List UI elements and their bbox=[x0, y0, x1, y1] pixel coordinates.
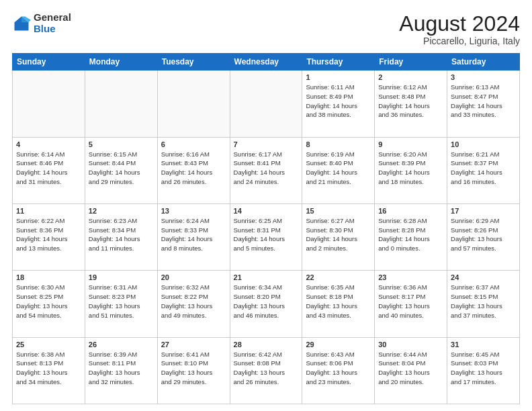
day-info: Sunrise: 6:41 AM Sunset: 8:10 PM Dayligh… bbox=[161, 350, 226, 387]
day-number: 8 bbox=[306, 140, 371, 148]
day-info: Sunrise: 6:15 AM Sunset: 8:44 PM Dayligh… bbox=[89, 150, 154, 187]
calendar-cell: 4Sunrise: 6:14 AM Sunset: 8:46 PM Daylig… bbox=[13, 137, 85, 203]
week-row-2: 4Sunrise: 6:14 AM Sunset: 8:46 PM Daylig… bbox=[13, 137, 520, 203]
calendar-cell: 8Sunrise: 6:19 AM Sunset: 8:40 PM Daylig… bbox=[302, 137, 375, 203]
day-number: 1 bbox=[306, 73, 371, 81]
calendar-cell: 28Sunrise: 6:42 AM Sunset: 8:08 PM Dayli… bbox=[230, 337, 302, 404]
calendar-cell bbox=[85, 71, 157, 137]
calendar-cell: 13Sunrise: 6:24 AM Sunset: 8:33 PM Dayli… bbox=[157, 203, 230, 270]
day-number: 25 bbox=[16, 340, 81, 349]
day-info: Sunrise: 6:19 AM Sunset: 8:40 PM Dayligh… bbox=[306, 150, 371, 187]
calendar-cell: 10Sunrise: 6:21 AM Sunset: 8:37 PM Dayli… bbox=[447, 137, 520, 203]
calendar-cell: 17Sunrise: 6:29 AM Sunset: 8:26 PM Dayli… bbox=[447, 203, 520, 270]
day-info: Sunrise: 6:44 AM Sunset: 8:04 PM Dayligh… bbox=[378, 350, 443, 387]
day-info: Sunrise: 6:30 AM Sunset: 8:25 PM Dayligh… bbox=[16, 283, 81, 320]
day-info: Sunrise: 6:21 AM Sunset: 8:37 PM Dayligh… bbox=[451, 150, 516, 187]
day-number: 17 bbox=[451, 207, 516, 215]
col-saturday: Saturday bbox=[447, 54, 520, 71]
day-number: 12 bbox=[89, 207, 154, 215]
calendar-cell: 16Sunrise: 6:28 AM Sunset: 8:28 PM Dayli… bbox=[375, 203, 447, 270]
day-info: Sunrise: 6:35 AM Sunset: 8:18 PM Dayligh… bbox=[306, 283, 371, 320]
week-row-3: 11Sunrise: 6:22 AM Sunset: 8:36 PM Dayli… bbox=[13, 203, 520, 270]
day-info: Sunrise: 6:37 AM Sunset: 8:15 PM Dayligh… bbox=[451, 283, 516, 320]
day-number: 9 bbox=[378, 140, 443, 148]
day-info: Sunrise: 6:42 AM Sunset: 8:08 PM Dayligh… bbox=[234, 350, 299, 387]
day-info: Sunrise: 6:12 AM Sunset: 8:48 PM Dayligh… bbox=[378, 83, 443, 120]
col-wednesday: Wednesday bbox=[230, 54, 302, 71]
day-number: 29 bbox=[306, 340, 371, 349]
logo-general: General bbox=[34, 12, 71, 24]
logo-text: General Blue bbox=[34, 12, 71, 34]
calendar-header-row: Sunday Monday Tuesday Wednesday Thursday… bbox=[13, 54, 520, 71]
calendar: Sunday Monday Tuesday Wednesday Thursday… bbox=[12, 53, 520, 404]
day-number: 2 bbox=[378, 73, 443, 81]
day-info: Sunrise: 6:34 AM Sunset: 8:20 PM Dayligh… bbox=[234, 283, 299, 320]
calendar-cell: 12Sunrise: 6:23 AM Sunset: 8:34 PM Dayli… bbox=[85, 203, 157, 270]
calendar-cell: 29Sunrise: 6:43 AM Sunset: 8:06 PM Dayli… bbox=[302, 337, 375, 404]
day-info: Sunrise: 6:43 AM Sunset: 8:06 PM Dayligh… bbox=[306, 350, 371, 387]
week-row-4: 18Sunrise: 6:30 AM Sunset: 8:25 PM Dayli… bbox=[13, 271, 520, 337]
day-info: Sunrise: 6:11 AM Sunset: 8:49 PM Dayligh… bbox=[306, 83, 371, 120]
day-info: Sunrise: 6:17 AM Sunset: 8:41 PM Dayligh… bbox=[234, 150, 299, 187]
day-number: 14 bbox=[234, 207, 299, 215]
col-thursday: Thursday bbox=[302, 54, 375, 71]
day-info: Sunrise: 6:14 AM Sunset: 8:46 PM Dayligh… bbox=[16, 150, 81, 187]
logo-icon bbox=[12, 14, 31, 33]
day-info: Sunrise: 6:39 AM Sunset: 8:11 PM Dayligh… bbox=[89, 350, 154, 387]
day-info: Sunrise: 6:20 AM Sunset: 8:39 PM Dayligh… bbox=[378, 150, 443, 187]
day-number: 6 bbox=[161, 140, 226, 148]
calendar-cell: 18Sunrise: 6:30 AM Sunset: 8:25 PM Dayli… bbox=[13, 271, 85, 337]
calendar-cell: 24Sunrise: 6:37 AM Sunset: 8:15 PM Dayli… bbox=[447, 271, 520, 337]
calendar-cell: 15Sunrise: 6:27 AM Sunset: 8:30 PM Dayli… bbox=[302, 203, 375, 270]
calendar-cell: 1Sunrise: 6:11 AM Sunset: 8:49 PM Daylig… bbox=[302, 71, 375, 137]
day-number: 16 bbox=[378, 207, 443, 215]
day-number: 28 bbox=[234, 340, 299, 349]
day-number: 13 bbox=[161, 207, 226, 215]
calendar-cell bbox=[13, 71, 85, 137]
calendar-cell: 30Sunrise: 6:44 AM Sunset: 8:04 PM Dayli… bbox=[375, 337, 447, 404]
day-number: 27 bbox=[161, 340, 226, 349]
day-number: 26 bbox=[89, 340, 154, 349]
calendar-cell bbox=[157, 71, 230, 137]
day-number: 15 bbox=[306, 207, 371, 215]
day-number: 11 bbox=[16, 207, 81, 215]
calendar-cell: 22Sunrise: 6:35 AM Sunset: 8:18 PM Dayli… bbox=[302, 271, 375, 337]
main-title: August 2024 bbox=[399, 12, 520, 36]
col-monday: Monday bbox=[85, 54, 157, 71]
calendar-cell: 11Sunrise: 6:22 AM Sunset: 8:36 PM Dayli… bbox=[13, 203, 85, 270]
day-info: Sunrise: 6:32 AM Sunset: 8:22 PM Dayligh… bbox=[161, 283, 226, 320]
week-row-1: 1Sunrise: 6:11 AM Sunset: 8:49 PM Daylig… bbox=[13, 71, 520, 137]
calendar-cell: 7Sunrise: 6:17 AM Sunset: 8:41 PM Daylig… bbox=[230, 137, 302, 203]
day-number: 20 bbox=[161, 273, 226, 281]
day-info: Sunrise: 6:29 AM Sunset: 8:26 PM Dayligh… bbox=[451, 216, 516, 253]
title-block: August 2024 Piccarello, Liguria, Italy bbox=[399, 12, 520, 46]
calendar-cell: 31Sunrise: 6:45 AM Sunset: 8:03 PM Dayli… bbox=[447, 337, 520, 404]
day-number: 24 bbox=[451, 273, 516, 281]
day-number: 4 bbox=[16, 140, 81, 148]
day-number: 7 bbox=[234, 140, 299, 148]
day-number: 3 bbox=[451, 73, 516, 81]
day-info: Sunrise: 6:16 AM Sunset: 8:43 PM Dayligh… bbox=[161, 150, 226, 187]
calendar-cell: 3Sunrise: 6:13 AM Sunset: 8:47 PM Daylig… bbox=[447, 71, 520, 137]
day-number: 18 bbox=[16, 273, 81, 281]
col-friday: Friday bbox=[375, 54, 447, 71]
day-info: Sunrise: 6:13 AM Sunset: 8:47 PM Dayligh… bbox=[451, 83, 516, 120]
calendar-cell: 6Sunrise: 6:16 AM Sunset: 8:43 PM Daylig… bbox=[157, 137, 230, 203]
day-info: Sunrise: 6:27 AM Sunset: 8:30 PM Dayligh… bbox=[306, 216, 371, 253]
calendar-cell: 5Sunrise: 6:15 AM Sunset: 8:44 PM Daylig… bbox=[85, 137, 157, 203]
calendar-cell: 20Sunrise: 6:32 AM Sunset: 8:22 PM Dayli… bbox=[157, 271, 230, 337]
calendar-cell: 26Sunrise: 6:39 AM Sunset: 8:11 PM Dayli… bbox=[85, 337, 157, 404]
week-row-5: 25Sunrise: 6:38 AM Sunset: 8:13 PM Dayli… bbox=[13, 337, 520, 404]
day-number: 23 bbox=[378, 273, 443, 281]
day-info: Sunrise: 6:38 AM Sunset: 8:13 PM Dayligh… bbox=[16, 350, 81, 387]
calendar-cell: 2Sunrise: 6:12 AM Sunset: 8:48 PM Daylig… bbox=[375, 71, 447, 137]
day-number: 22 bbox=[306, 273, 371, 281]
calendar-cell: 21Sunrise: 6:34 AM Sunset: 8:20 PM Dayli… bbox=[230, 271, 302, 337]
col-tuesday: Tuesday bbox=[157, 54, 230, 71]
calendar-cell: 14Sunrise: 6:25 AM Sunset: 8:31 PM Dayli… bbox=[230, 203, 302, 270]
day-info: Sunrise: 6:45 AM Sunset: 8:03 PM Dayligh… bbox=[451, 350, 516, 387]
day-number: 10 bbox=[451, 140, 516, 148]
day-info: Sunrise: 6:31 AM Sunset: 8:23 PM Dayligh… bbox=[89, 283, 154, 320]
day-number: 21 bbox=[234, 273, 299, 281]
day-number: 19 bbox=[89, 273, 154, 281]
